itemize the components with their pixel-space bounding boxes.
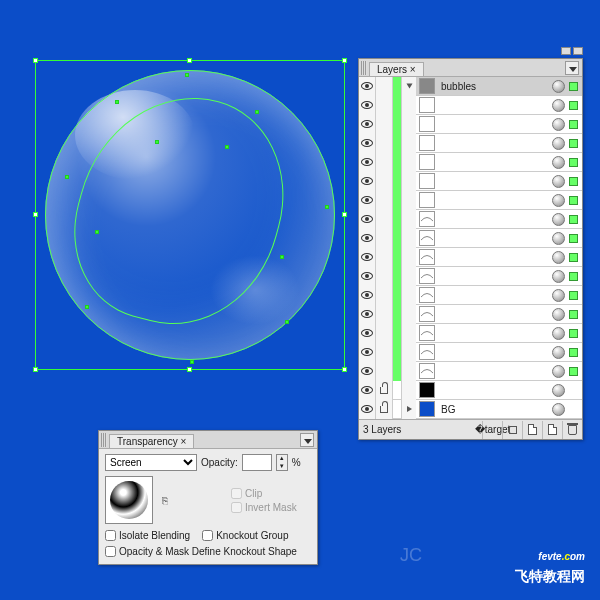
layer-row-sublayer[interactable] <box>359 172 582 191</box>
target-icon[interactable] <box>552 99 565 112</box>
target-icon[interactable] <box>552 289 565 302</box>
visibility-toggle[interactable] <box>359 229 376 248</box>
handle-sw[interactable] <box>33 367 38 372</box>
target-icon[interactable] <box>552 118 565 131</box>
layer-name[interactable]: bubbles <box>438 81 552 92</box>
handle-w[interactable] <box>33 212 38 217</box>
target-icon[interactable] <box>552 365 565 378</box>
handle-ne[interactable] <box>342 58 347 63</box>
visibility-toggle[interactable] <box>359 172 376 191</box>
target-icon[interactable] <box>552 384 565 397</box>
layer-row-sublayer[interactable] <box>359 286 582 305</box>
anchor-point[interactable] <box>185 73 189 77</box>
anchor-point[interactable] <box>280 255 284 259</box>
target-icon[interactable] <box>552 327 565 340</box>
target-icon[interactable] <box>552 137 565 150</box>
visibility-toggle[interactable] <box>359 210 376 229</box>
opacity-stepper[interactable]: ▲▼ <box>276 454 288 471</box>
visibility-toggle[interactable] <box>359 381 376 400</box>
target-icon[interactable] <box>552 232 565 245</box>
invert-mask-checkbox[interactable]: Invert Mask <box>231 502 297 513</box>
disclosure-triangle[interactable] <box>402 77 416 96</box>
selection-bounding-box[interactable] <box>35 60 345 370</box>
make-clip-button[interactable] <box>502 421 522 439</box>
handle-se[interactable] <box>342 367 347 372</box>
disclosure-triangle[interactable] <box>402 400 416 419</box>
tab-layers[interactable]: Layers × <box>369 62 424 76</box>
lock-toggle[interactable] <box>376 191 393 210</box>
mask-thumbnail-empty[interactable] <box>177 476 225 524</box>
locate-object-button[interactable]: �target <box>482 421 502 439</box>
layer-row-sublayer[interactable] <box>359 229 582 248</box>
layer-row-sublayer[interactable] <box>359 210 582 229</box>
anchor-point[interactable] <box>95 230 99 234</box>
anchor-point[interactable] <box>155 140 159 144</box>
target-icon[interactable] <box>552 308 565 321</box>
target-icon[interactable] <box>552 194 565 207</box>
panel-grip-icon[interactable] <box>101 433 107 447</box>
lock-toggle[interactable] <box>376 115 393 134</box>
new-layer-button[interactable] <box>542 421 562 439</box>
tab-close-icon[interactable]: × <box>181 436 187 447</box>
anchor-point[interactable] <box>115 100 119 104</box>
lock-toggle[interactable] <box>376 248 393 267</box>
visibility-toggle[interactable] <box>359 153 376 172</box>
layer-row-sublayer[interactable] <box>359 115 582 134</box>
anchor-point[interactable] <box>85 305 89 309</box>
layer-row-sublayer[interactable] <box>359 324 582 343</box>
lock-toggle[interactable] <box>376 343 393 362</box>
panel-menu-button[interactable] <box>565 61 579 75</box>
handle-nw[interactable] <box>33 58 38 63</box>
target-icon[interactable] <box>552 80 565 93</box>
lock-toggle[interactable] <box>376 324 393 343</box>
opacity-input[interactable] <box>242 454 272 471</box>
anchor-point[interactable] <box>225 145 229 149</box>
layer-row-sublayer[interactable] <box>359 305 582 324</box>
layer-row-sublayer[interactable] <box>359 381 582 400</box>
layer-row-top[interactable]: BG <box>359 400 582 419</box>
tab-transparency[interactable]: Transparency × <box>109 434 194 448</box>
new-sublayer-button[interactable] <box>522 421 542 439</box>
handle-s[interactable] <box>187 367 192 372</box>
link-mask-icon[interactable]: ⎘ <box>159 488 171 512</box>
layer-row-sublayer[interactable] <box>359 362 582 381</box>
lock-toggle[interactable] <box>376 362 393 381</box>
isolate-blending-checkbox[interactable]: Isolate Blending <box>105 530 190 541</box>
anchor-point[interactable] <box>255 110 259 114</box>
lock-toggle[interactable] <box>376 77 393 96</box>
target-icon[interactable] <box>552 213 565 226</box>
visibility-toggle[interactable] <box>359 248 376 267</box>
close-icon[interactable] <box>573 47 583 55</box>
mask-define-checkbox[interactable]: Opacity & Mask Define Knockout Shape <box>105 546 311 557</box>
visibility-toggle[interactable] <box>359 267 376 286</box>
panel-grip-icon[interactable] <box>361 61 367 75</box>
visibility-toggle[interactable] <box>359 400 376 419</box>
handle-n[interactable] <box>187 58 192 63</box>
target-icon[interactable] <box>552 251 565 264</box>
target-icon[interactable] <box>552 346 565 359</box>
visibility-toggle[interactable] <box>359 134 376 153</box>
visibility-toggle[interactable] <box>359 286 376 305</box>
lock-toggle[interactable] <box>376 305 393 324</box>
layer-row-top[interactable]: bubbles <box>359 77 582 96</box>
target-icon[interactable] <box>552 403 565 416</box>
panel-menu-button[interactable] <box>300 433 314 447</box>
layer-row-sublayer[interactable] <box>359 134 582 153</box>
handle-e[interactable] <box>342 212 347 217</box>
minimize-icon[interactable] <box>561 47 571 55</box>
anchor-point[interactable] <box>325 205 329 209</box>
delete-layer-button[interactable] <box>562 421 582 439</box>
transparency-thumbnail[interactable] <box>105 476 153 524</box>
layer-row-sublayer[interactable] <box>359 343 582 362</box>
layer-row-sublayer[interactable] <box>359 248 582 267</box>
visibility-toggle[interactable] <box>359 362 376 381</box>
tab-close-icon[interactable]: × <box>410 64 416 75</box>
visibility-toggle[interactable] <box>359 96 376 115</box>
anchor-point[interactable] <box>190 360 194 364</box>
visibility-toggle[interactable] <box>359 305 376 324</box>
anchor-point[interactable] <box>65 175 69 179</box>
blend-mode-select[interactable]: Screen <box>105 454 197 471</box>
lock-toggle[interactable] <box>376 400 393 419</box>
knockout-group-checkbox[interactable]: Knockout Group <box>202 530 288 541</box>
visibility-toggle[interactable] <box>359 77 376 96</box>
